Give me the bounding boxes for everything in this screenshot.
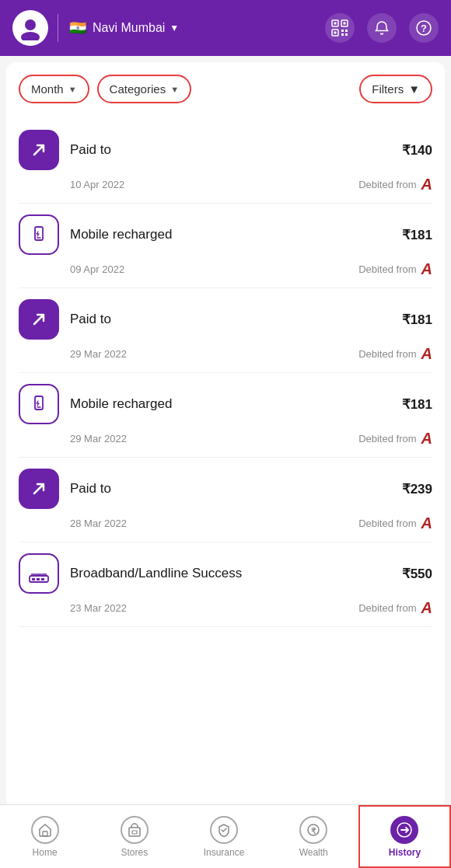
nav-item-insurance[interactable]: Insurance [179,805,268,868]
svg-rect-20 [32,578,35,580]
debit-label-5: Debited from [358,518,416,529]
main-content: Month ▼ Categories ▼ Filters ▼ Pai [6,62,445,808]
axis-logo-5: A [421,515,432,531]
categories-filter-button[interactable]: Categories ▼ [97,75,191,103]
nav-item-history[interactable]: History [358,805,451,868]
wealth-icon: ₹ [299,816,327,844]
header-icons: ? [325,13,439,43]
paid-to-icon-3 [19,469,59,509]
tx-amount-2: ₹181 [402,227,432,243]
tx-date-6: 23 Mar 2022 [70,602,127,614]
tx-title-6: Broadband/Landline Success [70,566,391,581]
transaction-item[interactable]: Paid to ₹239 28 Mar 2022 Debited from A [19,458,432,542]
broadband-icon [19,553,59,594]
svg-rect-10 [345,30,348,32]
filters-button[interactable]: Filters ▼ [359,75,432,103]
nav-label-stores: Stores [121,847,148,858]
bottom-nav: Home Stores Insurance ₹ Wealth [0,804,451,868]
debit-label-1: Debited from [358,179,416,190]
axis-logo-4: A [421,431,432,446]
transaction-item[interactable]: Mobile recharged ₹181 29 Mar 2022 Debite… [19,373,432,458]
axis-logo-3: A [421,346,432,361]
tx-date-1: 10 Apr 2022 [70,179,124,190]
help-button[interactable]: ? [409,13,439,43]
svg-rect-11 [341,33,344,36]
avatar[interactable] [12,10,48,46]
axis-logo-6: A [421,600,432,615]
tx-date-3: 29 Mar 2022 [70,348,127,360]
transaction-item[interactable]: Paid to ₹181 29 Mar 2022 Debited from A [19,288,432,373]
tx-debit-5: Debited from A [358,515,432,531]
svg-rect-7 [334,32,337,34]
month-chevron-icon: ▼ [68,85,77,94]
tx-amount-6: ₹550 [402,566,432,582]
svg-point-0 [25,19,36,30]
tx-title-2: Mobile recharged [70,227,391,242]
axis-logo-2: A [421,261,432,277]
svg-rect-5 [334,23,337,25]
svg-rect-27 [132,831,137,834]
tx-debit-6: Debited from A [358,600,432,615]
tx-debit-1: Debited from A [358,176,432,192]
nav-item-home[interactable]: Home [0,805,89,868]
debit-label-2: Debited from [358,263,416,275]
notification-button[interactable] [367,13,397,43]
header-divider [58,14,58,42]
history-icon [390,816,418,844]
transaction-item[interactable]: Broadband/Landline Success ₹550 23 Mar 2… [19,542,432,627]
tx-title-3: Paid to [70,312,391,327]
tx-amount-5: ₹239 [402,481,432,497]
month-filter-button[interactable]: Month ▼ [19,75,89,103]
nav-label-insurance: Insurance [204,847,245,858]
tx-amount-1: ₹140 [402,142,432,159]
svg-rect-25 [43,831,47,836]
debit-label-4: Debited from [358,433,416,444]
axis-logo-1: A [421,176,432,192]
mobile-recharge-icon-2 [19,384,59,424]
home-icon [31,816,59,844]
svg-rect-22 [41,578,44,580]
location-label: Navi Mumbai [93,21,165,35]
nav-item-wealth[interactable]: ₹ Wealth [269,805,358,868]
filter-row: Month ▼ Categories ▼ Filters ▼ [19,75,432,103]
header: 🇮🇳 Navi Mumbai ▼ [0,0,451,56]
svg-text:₹: ₹ [311,826,316,835]
tx-date-5: 28 Mar 2022 [70,518,127,529]
qr-button[interactable] [325,13,355,43]
nav-label-history: History [389,847,421,858]
tx-title-1: Paid to [70,142,391,158]
svg-rect-26 [129,828,140,836]
filters-label: Filters [372,82,404,96]
tx-date-2: 09 Apr 2022 [70,263,124,275]
nav-item-stores[interactable]: Stores [89,805,179,868]
filters-chevron-icon: ▼ [408,82,420,96]
tx-title-5: Paid to [70,481,391,497]
mobile-recharge-icon [19,214,59,255]
content-wrapper: Month ▼ Categories ▼ Filters ▼ Pai [0,62,451,868]
debit-label-3: Debited from [358,348,416,360]
categories-chevron-icon: ▼ [170,85,179,94]
tx-debit-4: Debited from A [358,431,432,446]
svg-point-1 [21,32,40,40]
tx-amount-4: ₹181 [402,396,432,413]
header-location[interactable]: 🇮🇳 Navi Mumbai ▼ [68,18,316,38]
tx-debit-2: Debited from A [358,261,432,277]
paid-to-icon [19,130,59,170]
transaction-item[interactable]: Mobile recharged ₹181 09 Apr 2022 Debite… [19,204,432,288]
tx-amount-3: ₹181 [402,312,432,328]
nav-label-home: Home [33,847,58,858]
nav-label-wealth: Wealth [299,847,328,858]
categories-filter-label: Categories [110,82,166,96]
location-chevron-icon: ▼ [170,23,179,33]
month-filter-label: Month [31,82,64,96]
svg-rect-9 [341,30,344,32]
svg-rect-12 [345,33,348,36]
stores-icon [121,816,149,844]
transaction-item[interactable]: Paid to ₹140 10 Apr 2022 Debited from A [19,119,432,204]
paid-to-icon-2 [19,299,59,340]
svg-rect-21 [37,578,40,580]
tx-date-4: 29 Mar 2022 [70,433,127,444]
tx-title-4: Mobile recharged [70,396,391,412]
tx-debit-3: Debited from A [358,346,432,361]
debit-label-6: Debited from [358,602,416,614]
